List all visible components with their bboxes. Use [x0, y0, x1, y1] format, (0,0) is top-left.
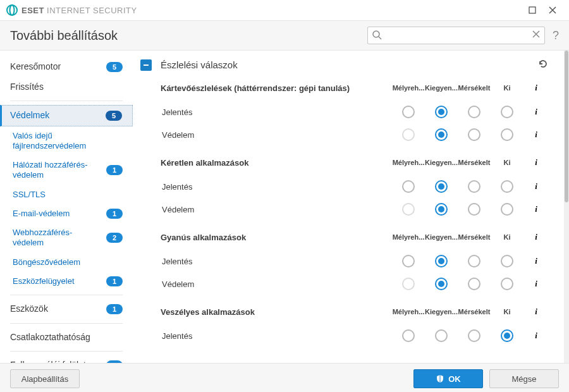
sidebar: Keresőmotor5FrissítésVédelmek5Valós idej… [0, 51, 133, 363]
radio-cell [392, 128, 425, 141]
sidebar-item-label: Felhasználói felület [10, 360, 102, 363]
settings-row: Védelemi [161, 198, 549, 221]
group-header: Kéretlen alkalmazásokMélyreh...Kiegyen..… [161, 157, 549, 168]
collapse-button[interactable] [140, 59, 152, 71]
divider [10, 351, 123, 352]
radio-option[interactable] [501, 255, 513, 267]
info-button[interactable]: i [523, 331, 549, 341]
radio-option[interactable] [435, 329, 448, 342]
info-button[interactable]: i [523, 157, 549, 168]
radio-cell [425, 278, 458, 290]
shield-icon [436, 374, 444, 383]
search-box[interactable] [367, 27, 545, 44]
sidebar-item[interactable]: Valós idejű fájlrendszervédelem [0, 126, 133, 156]
radio-option[interactable] [435, 278, 448, 290]
radio-cell [458, 329, 491, 342]
column-header: Ki [491, 233, 523, 241]
radio-option[interactable] [468, 203, 480, 216]
ok-button[interactable]: OK [413, 369, 483, 388]
search-input[interactable] [386, 30, 528, 41]
undo-icon [537, 58, 549, 70]
sidebar-badge: 5 [106, 111, 122, 121]
search-icon [372, 30, 382, 42]
scrollbar-thumb[interactable] [565, 51, 568, 202]
sidebar-item[interactable]: Felhasználói felület2 [0, 355, 133, 363]
info-button[interactable]: i [523, 307, 549, 317]
radio-option[interactable] [468, 128, 480, 141]
settings-row: Jelentési [161, 324, 549, 347]
radio-option[interactable] [501, 278, 513, 290]
info-button[interactable]: i [523, 181, 549, 192]
radio-option[interactable] [501, 329, 513, 342]
revert-button[interactable] [537, 58, 549, 71]
sidebar-item[interactable]: Eszközök1 [0, 299, 133, 319]
column-header: Mérsékelt [458, 308, 491, 315]
info-button[interactable]: i [523, 232, 549, 242]
cancel-button[interactable]: Mégse [489, 369, 559, 388]
settings-group: Kártevőészlelések (háttérrendszer: gépi … [161, 83, 549, 146]
info-button[interactable]: i [523, 279, 549, 289]
row-label: Védelem [161, 279, 392, 289]
app-logo: ESET INTERNET SECURITY [6, 4, 137, 16]
sidebar-item[interactable]: Védelmek5 [0, 105, 133, 126]
radio-cell [458, 203, 491, 216]
radio-option[interactable] [402, 180, 415, 193]
window-close-button[interactable] [542, 0, 563, 20]
info-button[interactable]: i [523, 256, 549, 266]
sidebar-item[interactable]: SSL/TLS [0, 185, 133, 204]
search-clear-button[interactable] [532, 30, 541, 40]
sidebar-item[interactable]: Webhozzáférés-védelem2 [0, 223, 133, 253]
radio-option[interactable] [402, 255, 415, 267]
info-button[interactable]: i [523, 107, 549, 117]
svg-rect-2 [529, 7, 535, 13]
radio-option[interactable] [435, 255, 448, 267]
radio-option[interactable] [468, 278, 480, 290]
radio-option[interactable] [435, 128, 448, 141]
footer: Alapbeállítás OK Mégse [0, 363, 569, 392]
help-button[interactable]: ? [553, 29, 559, 42]
sidebar-item[interactable]: Böngészővédelem [0, 253, 133, 272]
sidebar-item-label: Hálózati hozzáférés-védelem [13, 160, 102, 181]
column-header: Kiegyen... [425, 159, 458, 166]
defaults-button[interactable]: Alapbeállítás [10, 369, 80, 388]
scrollbar[interactable] [564, 51, 569, 363]
sidebar-item[interactable]: Frissítés [0, 77, 133, 97]
sidebar-item[interactable]: Keresőmotor5 [0, 57, 133, 77]
sidebar-item-label: Eszközök [10, 303, 102, 315]
radio-option[interactable] [501, 128, 513, 141]
settings-row: Jelentési [161, 250, 549, 273]
radio-option[interactable] [435, 203, 448, 216]
sidebar-badge: 1 [106, 276, 123, 286]
sidebar-item[interactable]: E-mail-védelem1 [0, 204, 133, 223]
info-button[interactable]: i [523, 130, 549, 140]
radio-option[interactable] [501, 106, 513, 118]
app-title-rest: INTERNET SECURITY [47, 6, 137, 15]
radio-option[interactable] [468, 329, 480, 342]
radio-option[interactable] [435, 180, 448, 193]
radio-option[interactable] [468, 255, 480, 267]
radio-option[interactable] [435, 106, 448, 118]
sidebar-item-label: Böngészővédelem [13, 257, 123, 267]
sidebar-item[interactable]: Hálózati hozzáférés-védelem1 [0, 156, 133, 185]
sidebar-item-label: Csatlakoztathatóság [10, 332, 123, 343]
sidebar-item[interactable]: Eszközfelügyelet1 [0, 272, 133, 291]
page-title: További beállítások [10, 28, 367, 43]
group-header: Veszélyes alkalmazásokMélyreh...Kiegyen.… [161, 307, 549, 317]
radio-option[interactable] [468, 180, 480, 193]
radio-cell [491, 128, 523, 141]
group-title: Kártevőészlelések (háttérrendszer: gépi … [161, 83, 392, 93]
radio-option[interactable] [402, 106, 415, 118]
divider [10, 323, 123, 324]
window-maximize-button[interactable] [522, 0, 542, 20]
radio-option[interactable] [501, 203, 513, 216]
radio-option[interactable] [501, 180, 513, 193]
divider [10, 101, 123, 101]
radio-option[interactable] [402, 329, 415, 342]
content: Észlelési válaszok Kártevőészlelések (há… [133, 51, 564, 363]
sidebar-badge: 1 [106, 165, 123, 175]
sidebar-item[interactable]: Csatlakoztathatóság [0, 328, 133, 348]
info-button[interactable]: i [523, 204, 549, 214]
radio-option[interactable] [468, 106, 480, 118]
info-button[interactable]: i [523, 83, 549, 93]
radio-cell [491, 180, 523, 193]
